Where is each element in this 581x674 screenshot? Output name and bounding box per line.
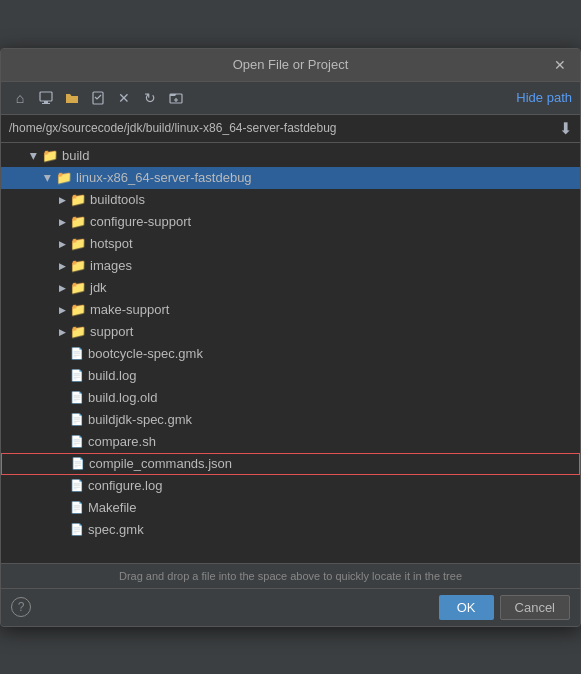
open-file-dialog: Open File or Project ✕ ⌂ <box>0 48 581 627</box>
tree-item-support[interactable]: ▶ 📁 support <box>1 321 580 343</box>
file-icon-makefile: 📄 <box>70 501 84 514</box>
tree-item-hotspot[interactable]: ▶ 📁 hotspot <box>1 233 580 255</box>
tree-item-configure-support[interactable]: ▶ 📁 configure-support <box>1 211 580 233</box>
action-buttons: OK Cancel <box>439 595 570 620</box>
file-icon-bootcycle: 📄 <box>70 347 84 360</box>
folder-icon-linux: 📁 <box>56 170 72 185</box>
file-icon-configurelog: 📄 <box>70 479 84 492</box>
label-buildlog: build.log <box>88 368 136 383</box>
file-icon-specgmk: 📄 <box>70 523 84 536</box>
label-configurelog: configure.log <box>88 478 162 493</box>
footer-hint: Drag and drop a file into the space abov… <box>1 563 580 588</box>
arrow-buildtools: ▶ <box>55 193 69 207</box>
tree-item-buildtools[interactable]: ▶ 📁 buildtools <box>1 189 580 211</box>
tree-item-images[interactable]: ▶ 📁 images <box>1 255 580 277</box>
home-button[interactable]: ⌂ <box>9 87 31 109</box>
dialog-title: Open File or Project <box>29 57 552 72</box>
folder-button[interactable] <box>61 87 83 109</box>
download-icon[interactable]: ⬇ <box>559 119 572 138</box>
label-compile-commands: compile_commands.json <box>89 456 232 471</box>
title-bar: Open File or Project ✕ <box>1 49 580 82</box>
label-specgmk: spec.gmk <box>88 522 144 537</box>
hide-path-link[interactable]: Hide path <box>516 90 572 105</box>
arrow-support: ▶ <box>55 325 69 339</box>
folder-icon-buildtools: 📁 <box>70 192 86 207</box>
label-comparesh: compare.sh <box>88 434 156 449</box>
label-buildtools: buildtools <box>90 192 145 207</box>
toolbar-left: ⌂ ✕ ↻ <box>9 87 187 109</box>
tree-item-buildjdk[interactable]: ▶ 📄 buildjdk-spec.gmk <box>1 409 580 431</box>
folder-icon-jdk: 📁 <box>70 280 86 295</box>
label-buildjdk: buildjdk-spec.gmk <box>88 412 192 427</box>
label-support: support <box>90 324 133 339</box>
arrow-configure-support: ▶ <box>55 215 69 229</box>
svg-rect-2 <box>42 103 50 104</box>
arrow-images: ▶ <box>55 259 69 273</box>
refresh-button[interactable]: ↻ <box>139 87 161 109</box>
file-icon-buildlogold: 📄 <box>70 391 84 404</box>
svg-rect-1 <box>44 101 48 103</box>
arrow-jdk: ▶ <box>55 281 69 295</box>
current-path: /home/gx/sourcecode/jdk/build/linux-x86_… <box>9 121 551 135</box>
arrow-build: ▶ <box>27 149 41 163</box>
tree-item-linux[interactable]: ▶ 📁 linux-x86_64-server-fastdebug <box>1 167 580 189</box>
label-build: build <box>62 148 89 163</box>
close-button[interactable]: ✕ <box>552 57 568 73</box>
file-icon-comparesh: 📄 <box>70 435 84 448</box>
desktop-button[interactable] <box>35 87 57 109</box>
tree-item-bootcycle[interactable]: ▶ 📄 bootcycle-spec.gmk <box>1 343 580 365</box>
tree-item-specgmk[interactable]: ▶ 📄 spec.gmk <box>1 519 580 541</box>
label-images: images <box>90 258 132 273</box>
folder-icon-configure-support: 📁 <box>70 214 86 229</box>
file-tree[interactable]: ▶ 📁 build ▶ 📁 linux-x86_64-server-fastde… <box>1 143 580 563</box>
toolbar: ⌂ ✕ ↻ <box>1 82 580 115</box>
label-make-support: make-support <box>90 302 169 317</box>
label-bootcycle: bootcycle-spec.gmk <box>88 346 203 361</box>
tree-item-comparesh[interactable]: ▶ 📄 compare.sh <box>1 431 580 453</box>
new-folder-button[interactable] <box>165 87 187 109</box>
tree-item-configurelog[interactable]: ▶ 📄 configure.log <box>1 475 580 497</box>
cancel-button[interactable]: Cancel <box>500 595 570 620</box>
tree-item-build[interactable]: ▶ 📁 build <box>1 145 580 167</box>
tree-item-makefile[interactable]: ▶ 📄 Makefile <box>1 497 580 519</box>
tree-item-buildlog[interactable]: ▶ 📄 build.log <box>1 365 580 387</box>
folder-icon-support: 📁 <box>70 324 86 339</box>
delete-button[interactable]: ✕ <box>113 87 135 109</box>
tree-item-compile-commands[interactable]: ▶ 📄 compile_commands.json <box>1 453 580 475</box>
bookmark-button[interactable] <box>87 87 109 109</box>
label-configure-support: configure-support <box>90 214 191 229</box>
folder-icon-make-support: 📁 <box>70 302 86 317</box>
file-icon-buildjdk: 📄 <box>70 413 84 426</box>
arrow-linux: ▶ <box>41 171 55 185</box>
path-bar: /home/gx/sourcecode/jdk/build/linux-x86_… <box>1 115 580 143</box>
label-jdk: jdk <box>90 280 107 295</box>
tree-item-buildlogold[interactable]: ▶ 📄 build.log.old <box>1 387 580 409</box>
tree-item-jdk[interactable]: ▶ 📁 jdk <box>1 277 580 299</box>
arrow-make-support: ▶ <box>55 303 69 317</box>
folder-icon-build: 📁 <box>42 148 58 163</box>
file-icon-compile-commands: 📄 <box>71 457 85 470</box>
label-hotspot: hotspot <box>90 236 133 251</box>
folder-icon-images: 📁 <box>70 258 86 273</box>
help-button[interactable]: ? <box>11 597 31 617</box>
tree-item-make-support[interactable]: ▶ 📁 make-support <box>1 299 580 321</box>
label-linux: linux-x86_64-server-fastdebug <box>76 170 252 185</box>
hint-text: Drag and drop a file into the space abov… <box>119 570 462 582</box>
file-icon-buildlog: 📄 <box>70 369 84 382</box>
svg-rect-0 <box>40 92 52 101</box>
footer-actions: ? OK Cancel <box>1 588 580 626</box>
label-buildlogold: build.log.old <box>88 390 157 405</box>
arrow-hotspot: ▶ <box>55 237 69 251</box>
ok-button[interactable]: OK <box>439 595 494 620</box>
folder-icon-hotspot: 📁 <box>70 236 86 251</box>
label-makefile: Makefile <box>88 500 136 515</box>
